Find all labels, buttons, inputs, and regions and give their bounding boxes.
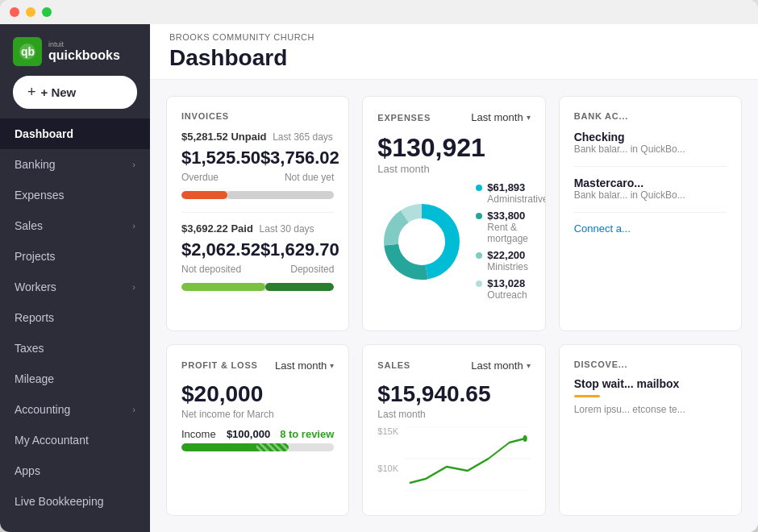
unpaid-period: Last 365 days (273, 131, 333, 143)
close-dot[interactable] (10, 7, 19, 17)
expenses-card: EXPENSES Last month ▾ $130,921 Last mont… (362, 96, 545, 331)
expenses-main-amount: $130,921 (377, 133, 530, 163)
sidebar-item-sales[interactable]: Sales › (0, 210, 150, 241)
main-header: BROOKS COMMUNITY CHURCH Dashboard (150, 24, 758, 80)
sidebar-item-label: Dashboard (15, 127, 73, 140)
review-link[interactable]: 8 to review (280, 428, 334, 440)
invoices-card-title: INVOICES (181, 111, 334, 121)
unpaid-progress-bar (181, 191, 334, 199)
company-name: BROOKS COMMUNITY CHURCH (169, 32, 739, 42)
sales-main-amount: $15,940.65 (377, 381, 530, 407)
chart-y-labels: $15K $10K (377, 426, 398, 473)
checking-name: Checking (574, 131, 727, 143)
sidebar-item-accounting[interactable]: Accounting › (0, 394, 150, 425)
legend-name-administrative: Administrative (487, 193, 545, 205)
chevron-down-icon: ▾ (527, 113, 531, 122)
discover-body: Lorem ipsu... etconse te... (574, 404, 727, 415)
connect-account-link[interactable]: Connect a... (574, 222, 727, 235)
sidebar-item-mileage[interactable]: Mileage (0, 364, 150, 394)
not-due-amount: $3,756.02 (260, 148, 339, 168)
not-deposited-label: Not deposited (181, 264, 241, 275)
deposited-amount: $1,629.70 (260, 239, 339, 260)
invoices-labels-row: Overdue Not due yet (181, 172, 334, 188)
logo-quickbooks: quickbooks (48, 48, 120, 63)
sales-line-chart (405, 426, 531, 491)
sidebar-item-projects[interactable]: Projects (0, 241, 150, 272)
paid-amount: $3,692.22 Paid (181, 222, 253, 235)
svg-text:qb: qb (21, 45, 35, 58)
net-income-label: Net income for March (181, 409, 334, 420)
logo-text-group: intuit quickbooks (48, 40, 120, 63)
profit-dropdown-label: Last month (275, 360, 327, 372)
paid-period: Last 30 days (260, 223, 314, 235)
sidebar-item-label: Live Bookkeeping (15, 495, 104, 508)
discover-headline: Stop wait... mailbox (574, 377, 727, 390)
sidebar-item-banking[interactable]: Banking › (0, 149, 150, 180)
sales-dropdown[interactable]: Last month ▾ (471, 360, 530, 372)
deposited-labels-row: Not deposited Deposited (181, 264, 334, 280)
profit-card-header: PROFIT & LOSS Last month ▾ (181, 360, 334, 372)
legend-name-rent: Rent & mortgage (487, 222, 528, 244)
bank-account-mastercard: Mastercaro... Bank balar... in QuickBo..… (574, 177, 727, 201)
bank-card-title: BANK AC... (574, 111, 727, 121)
app-window: qb intuit quickbooks + + New Dashboard B (0, 0, 758, 532)
legend-amount-administrative: $61,893 (487, 181, 525, 193)
sidebar-item-label: Mileage (15, 372, 54, 385)
sales-chart-container: $15K $10K (377, 426, 530, 491)
legend-administrative: $61,893 Administrative (476, 181, 545, 205)
discover-card: DISCOVE... Stop wait... mailbox Lorem ip… (559, 344, 742, 517)
chevron-down-icon: ▾ (527, 361, 531, 370)
income-amount: $100,000 (227, 428, 270, 440)
income-progress-bar (181, 443, 334, 451)
sidebar-item-label: Expenses (15, 189, 64, 202)
income-bar-stripe (256, 443, 289, 451)
sales-period: Last month (377, 409, 530, 420)
minimize-dot[interactable] (26, 7, 35, 17)
profit-card-title: PROFIT & LOSS (181, 360, 258, 370)
legend-ministries: $22,200 Ministries (476, 249, 545, 272)
chevron-right-icon: › (132, 282, 135, 292)
sidebar-item-live-bookkeeping[interactable]: Live Bookkeeping (0, 486, 150, 517)
new-plus-icon: + (27, 84, 36, 101)
unpaid-amount: $5,281.52 Unpaid (181, 131, 267, 143)
deposited-fill (265, 283, 334, 291)
sales-card-title: SALES (377, 360, 410, 370)
app-container: qb intuit quickbooks + + New Dashboard B (0, 24, 758, 532)
sidebar-item-label: Projects (15, 250, 56, 263)
profit-dropdown[interactable]: Last month ▾ (275, 360, 334, 372)
legend-amount-outreach: $13,028 (487, 277, 525, 289)
sidebar-item-label: Sales (15, 219, 43, 232)
bank-divider-2 (574, 212, 727, 213)
new-button[interactable]: + + New (13, 76, 137, 109)
sidebar-logo: qb intuit quickbooks (0, 24, 150, 76)
expenses-dropdown-label: Last month (471, 111, 523, 123)
sidebar: qb intuit quickbooks + + New Dashboard B (0, 24, 150, 532)
not-due-label: Not due yet (285, 172, 334, 183)
sidebar-item-reports[interactable]: Reports (0, 302, 150, 333)
overdue-fill (181, 191, 227, 199)
sidebar-item-dashboard[interactable]: Dashboard (0, 118, 150, 149)
sidebar-item-my-accountant[interactable]: My Accountant (0, 425, 150, 455)
titlebar (0, 0, 758, 24)
sidebar-item-workers[interactable]: Workers › (0, 272, 150, 302)
legend-amount-rent: $33,800 (487, 210, 525, 222)
sales-card: SALES Last month ▾ $15,940.65 Last month… (362, 344, 545, 517)
svg-point-10 (523, 435, 527, 442)
maximize-dot[interactable] (42, 7, 52, 17)
bank-accounts-card: BANK AC... Checking Bank balar... in Qui… (559, 96, 742, 331)
overdue-amount: $1,525.50 (181, 148, 260, 168)
legend-outreach: $13,028 Outreach (476, 277, 545, 301)
expenses-legend: $61,893 Administrative $33,800 Rent & mo… (476, 181, 545, 305)
expenses-content: $61,893 Administrative $33,800 Rent & mo… (377, 181, 530, 305)
income-row: Income $100,000 8 to review (181, 428, 334, 440)
sidebar-item-taxes[interactable]: Taxes (0, 333, 150, 364)
expenses-dropdown[interactable]: Last month ▾ (471, 111, 530, 123)
invoices-amounts-row: $1,525.50 $3,756.02 (181, 148, 334, 168)
sidebar-navigation: Dashboard Banking › Expenses Sales › Pro… (0, 118, 150, 532)
legend-amount-ministries: $22,200 (487, 249, 525, 261)
sidebar-item-expenses[interactable]: Expenses (0, 180, 150, 210)
sidebar-item-apps[interactable]: Apps (0, 455, 150, 486)
sales-dropdown-label: Last month (471, 360, 523, 372)
legend-dot-ministries (476, 252, 482, 259)
svg-point-6 (400, 220, 444, 264)
